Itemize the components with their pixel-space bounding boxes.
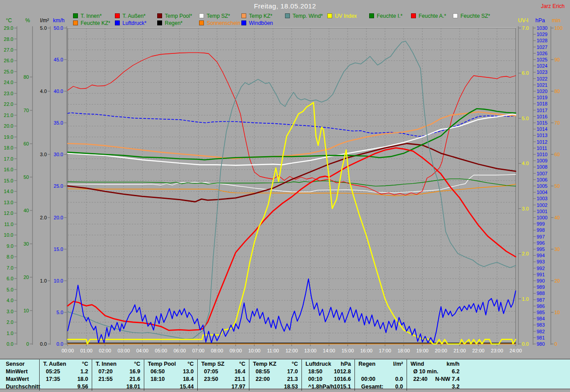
min-value: 13.0 [183,368,194,375]
group-avg-row: Gesamt:0.0 [361,384,403,390]
group-min-row: 08:5517.0 [256,368,298,375]
svg-text:80: 80 [554,89,560,94]
avg-time: ^1.8hPa/h [308,384,334,390]
svg-text:5.0: 5.0 [7,287,13,292]
svg-text:995: 995 [537,247,545,252]
svg-text:7.0: 7.0 [522,25,529,31]
svg-text:l/m²: l/m² [40,17,49,24]
max-time: 18:10 [151,376,165,382]
svg-text:13.0: 13.0 [4,200,13,205]
svg-text:17:00: 17:00 [379,348,391,353]
min-value: 1012.8 [334,368,351,375]
svg-text:1013: 1013 [537,133,547,138]
svg-text:1029: 1029 [537,32,547,37]
group-avg-row: 9.56 [46,384,88,390]
min-time: 07:05 [204,368,218,375]
svg-text:5.0: 5.0 [522,116,529,121]
svg-text:1.0: 1.0 [40,278,47,283]
svg-text:25.0: 25.0 [4,69,13,74]
svg-text:4.0: 4.0 [522,161,529,166]
group-min-row: Ø 10 min.6.2 [413,368,460,375]
svg-text:22:00: 22:00 [472,348,484,353]
group-unit: l/m² [393,361,403,367]
max-time: 00:10 [308,376,322,382]
svg-text:16:00: 16:00 [360,348,373,353]
group-max-row: 21:5521.6 [98,376,140,383]
svg-text:4.0: 4.0 [7,298,13,303]
svg-text:00:00: 00:00 [61,348,74,353]
svg-text:12.0: 12.0 [4,210,13,216]
max-value: 18.4 [183,376,194,382]
svg-text:30: 30 [554,247,560,252]
svg-text:30.0: 30.0 [54,152,63,157]
table-row-labels: SensorMinWertMaxWertDurchschnitt [2,360,39,391]
svg-text:1023: 1023 [537,69,547,75]
group-min-row: 07:0516.4 [204,368,245,375]
min-time: 08:55 [256,368,270,375]
svg-text:1014: 1014 [537,126,547,132]
svg-text:2.0: 2.0 [7,319,13,325]
max-value: 1016.6 [334,376,351,382]
min-value: 17.0 [287,368,298,375]
table-group-temp-kz: Temp KZ°C08:5517.022:0021.318.53 [249,360,301,391]
row-label: MinWert [6,368,28,375]
svg-text:998: 998 [537,227,545,233]
group-unit: hPa [341,361,351,367]
svg-text:1024: 1024 [537,63,547,69]
svg-text:04:00: 04:00 [136,348,149,353]
svg-text:982: 982 [537,329,545,334]
svg-text:14.0: 14.0 [4,189,13,194]
svg-text:24.0: 24.0 [4,80,13,85]
group-name: Wind [411,361,424,367]
svg-text:5.0: 5.0 [40,25,47,31]
svg-text:20:00: 20:00 [435,348,448,353]
svg-text:3.0: 3.0 [7,309,13,314]
svg-text:29.0: 29.0 [4,25,13,31]
min-time: Ø 10 min. [413,368,438,375]
group-unit: °C [134,361,140,367]
group-avg-row: 15.44 [151,384,194,390]
group-name: Temp SZ [201,361,224,367]
svg-text:1021: 1021 [537,82,547,88]
group-name: T. Außen [43,361,66,367]
svg-text:10.0: 10.0 [4,232,13,238]
svg-text:UV-I: UV-I [518,17,528,24]
svg-text:1003: 1003 [537,196,547,201]
group-avg-row: 18.53 [256,384,298,390]
sensor-stats-table: SensorMinWertMaxWertDurchschnittT. Außen… [0,359,570,390]
svg-text:1025: 1025 [537,57,547,62]
svg-text:991: 991 [537,272,545,277]
svg-text:1022: 1022 [537,76,547,81]
svg-text:40: 40 [24,208,29,213]
table-group-temp-pool: Temp Pool°C06:5013.018:1018.415.44 [144,360,197,391]
weather-chart-window: Freitag, 18.05.2012 Jarz Erich T. Innen*… [0,0,570,392]
max-value: 21.1 [235,376,245,382]
svg-text:1027: 1027 [537,44,547,50]
svg-text:999: 999 [537,221,545,226]
svg-text:12:00: 12:00 [285,348,298,353]
svg-text:1011: 1011 [537,145,547,151]
group-unit: °C [292,361,298,367]
svg-text:50: 50 [24,174,29,180]
svg-text:70: 70 [554,120,560,125]
table-group-t-innen: T. Innen°C07:2016.921:5521.618.01 [92,360,144,391]
svg-text:1008: 1008 [537,164,547,170]
svg-text:1019: 1019 [537,95,547,100]
svg-text:987: 987 [537,297,545,303]
min-time: 07:20 [98,368,113,375]
svg-text:992: 992 [537,266,545,271]
group-name: Regen [358,361,375,367]
svg-text:%: % [25,17,30,24]
svg-text:01:00: 01:00 [80,348,93,353]
svg-text:11:00: 11:00 [267,348,279,353]
svg-text:1028: 1028 [537,38,547,43]
row-label: Durchschnitt [6,384,40,390]
svg-text:22.0: 22.0 [4,101,13,107]
avg-time: Gesamt: [361,384,383,390]
svg-text:05:00: 05:00 [155,348,167,353]
svg-text:1007: 1007 [537,171,547,176]
svg-text:1017: 1017 [537,108,547,113]
svg-text:27.0: 27.0 [4,47,13,53]
group-avg-row: 18.01 [98,384,140,390]
avg-value: 3.2 [452,384,460,390]
